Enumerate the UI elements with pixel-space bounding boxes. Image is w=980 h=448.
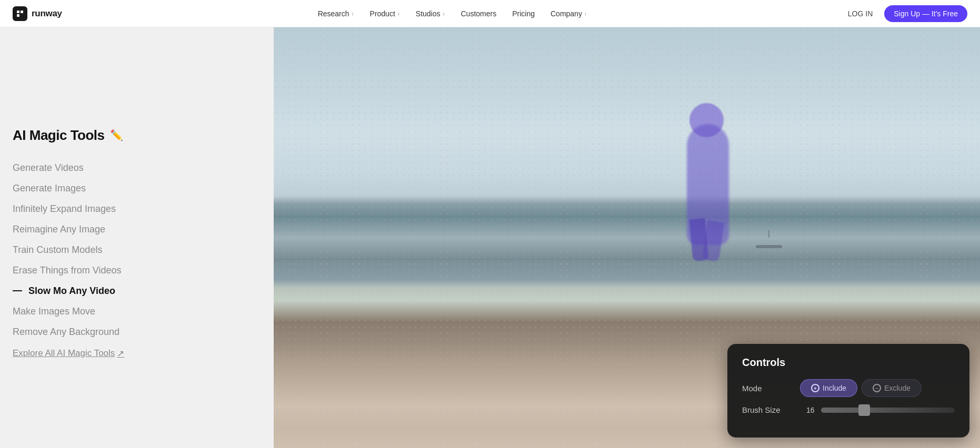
beach-scene: Controls Mode + Include − Exclude [274, 27, 980, 448]
exclude-button[interactable]: − Exclude [862, 379, 922, 397]
nav-customers[interactable]: Customers [455, 6, 503, 21]
sidebar-nav-list: Generate Videos Generate Images Infinite… [13, 158, 253, 342]
sidebar-item-erase-things[interactable]: Erase Things from Videos [13, 261, 253, 280]
person-figure [676, 103, 739, 261]
mode-row: Mode + Include − Exclude [742, 379, 955, 397]
login-button[interactable]: LOG IN [843, 6, 878, 21]
sidebar-item-make-move[interactable]: Make Images Move [13, 302, 253, 321]
navbar: runway Research ↓ Product ↓ Studios ↓ Cu… [0, 0, 980, 27]
brush-size-label: Brush Size [742, 405, 800, 414]
signup-button[interactable]: Sign Up — It's Free [884, 5, 967, 22]
nav-company[interactable]: Company ↓ [544, 6, 593, 21]
exclude-icon: − [873, 384, 881, 392]
include-button[interactable]: + Include [800, 379, 857, 397]
logo-text: runway [32, 8, 62, 19]
brush-thumb[interactable] [858, 404, 870, 416]
logo[interactable]: runway [13, 6, 62, 21]
ship-body [756, 245, 782, 248]
brush-slider[interactable] [821, 408, 955, 413]
nav-pricing[interactable]: Pricing [506, 6, 541, 21]
sidebar-title-text: AI Magic Tools [13, 127, 105, 144]
svg-rect-1 [21, 11, 23, 13]
image-panel: Controls Mode + Include − Exclude [274, 27, 980, 448]
controls-panel: Controls Mode + Include − Exclude [727, 344, 969, 437]
include-icon: + [811, 384, 819, 392]
mode-label: Mode [742, 384, 800, 393]
sidebar-item-expand-images[interactable]: Infinitely Expand Images [13, 199, 253, 219]
controls-title: Controls [742, 357, 955, 369]
chevron-down-icon: ↓ [443, 11, 445, 16]
nav-studios[interactable]: Studios ↓ [409, 6, 452, 21]
sidebar-item-train-models[interactable]: Train Custom Models [13, 240, 253, 260]
nav-product[interactable]: Product ↓ [364, 6, 406, 21]
sidebar-item-remove-bg[interactable]: Remove Any Background [13, 322, 253, 342]
svg-rect-0 [17, 11, 19, 13]
ship-mast [768, 230, 769, 238]
nav-research[interactable]: Research ↓ [312, 6, 361, 21]
brush-size-row: Brush Size 16 [742, 405, 955, 414]
chevron-down-icon: ↓ [584, 11, 587, 16]
main-layout: AI Magic Tools ✏️ Generate Videos Genera… [0, 0, 980, 448]
active-indicator [13, 290, 22, 291]
svg-rect-2 [17, 14, 19, 17]
external-link-icon: ↗ [117, 348, 124, 359]
nav-links: Research ↓ Product ↓ Studios ↓ Customers… [312, 6, 593, 21]
sidebar-item-generate-images[interactable]: Generate Images [13, 179, 253, 198]
sidebar: AI Magic Tools ✏️ Generate Videos Genera… [0, 27, 274, 448]
mode-buttons: + Include − Exclude [800, 379, 955, 397]
nav-auth: LOG IN Sign Up — It's Free [843, 5, 967, 22]
chevron-down-icon: ↓ [397, 11, 400, 16]
wand-icon: ✏️ [110, 129, 123, 141]
logo-icon [13, 6, 27, 21]
brush-value: 16 [806, 406, 815, 414]
sidebar-item-reimagine[interactable]: Reimagine Any Image [13, 220, 253, 239]
ship [756, 238, 782, 248]
explore-all-link[interactable]: Explore All AI Magic Tools ↗ [13, 348, 253, 359]
sidebar-item-slow-mo[interactable]: Slow Mo Any Video [13, 281, 253, 301]
horizon-line [274, 259, 980, 259]
sidebar-title-group: AI Magic Tools ✏️ [13, 127, 253, 144]
brush-track [821, 408, 955, 413]
chevron-down-icon: ↓ [352, 11, 354, 16]
sidebar-item-generate-videos[interactable]: Generate Videos [13, 158, 253, 178]
